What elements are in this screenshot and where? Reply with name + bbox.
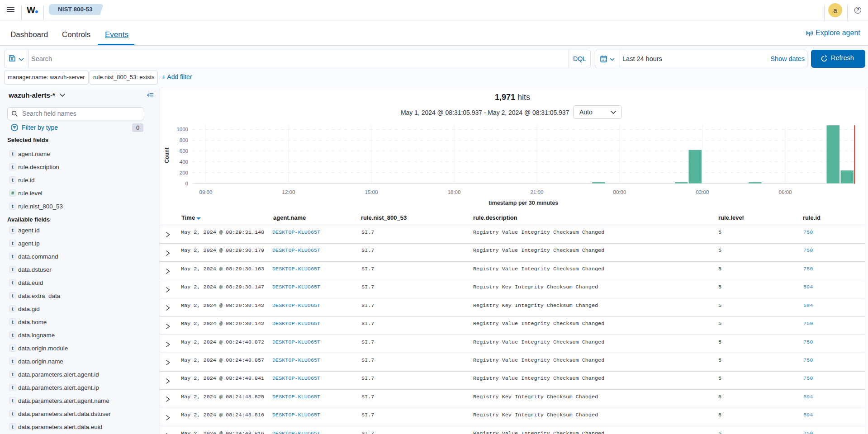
svg-text:18:00: 18:00 xyxy=(448,189,461,195)
svg-text:200: 200 xyxy=(180,170,188,175)
svg-text:00:00: 00:00 xyxy=(613,189,626,195)
svg-text:12:00: 12:00 xyxy=(282,189,295,195)
svg-text:15:00: 15:00 xyxy=(365,189,378,195)
svg-text:Count: Count xyxy=(164,147,170,163)
svg-text:09:00: 09:00 xyxy=(199,189,213,195)
svg-text:06:00: 06:00 xyxy=(779,189,792,195)
svg-text:600: 600 xyxy=(180,148,188,154)
svg-text:timestamp per 30 minutes: timestamp per 30 minutes xyxy=(489,200,558,206)
svg-text:03:00: 03:00 xyxy=(696,189,709,195)
svg-text:1000: 1000 xyxy=(176,127,188,132)
svg-text:800: 800 xyxy=(180,137,188,143)
svg-text:0: 0 xyxy=(185,181,188,186)
svg-text:21:00: 21:00 xyxy=(531,189,544,195)
svg-text:400: 400 xyxy=(180,159,188,165)
